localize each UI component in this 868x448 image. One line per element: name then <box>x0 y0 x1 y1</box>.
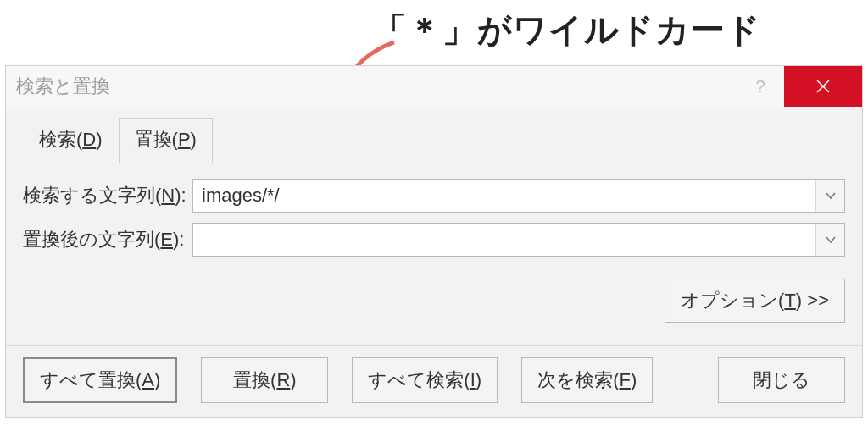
chevron-down-icon <box>825 235 837 244</box>
options-button[interactable]: オプション(T) >> <box>665 279 845 323</box>
dialog-body: 検索(D) 置換(P) 検索する文字列(N): 置換後の文字列(E): <box>6 107 862 345</box>
tab-replace-label: 置換(P) <box>135 129 197 150</box>
annotation-wildcard-note: 「＊」がワイルドカード <box>373 7 761 53</box>
find-next-button[interactable]: 次を検索(F) <box>521 357 653 403</box>
tab-search-label: 検索(D) <box>39 129 103 150</box>
find-replace-dialog: 検索と置換 ? 検索(D) 置換(P) 検索する文字列(N): <box>5 65 863 418</box>
replace-row: 置換後の文字列(E): <box>23 223 845 257</box>
spacer <box>676 357 694 403</box>
dialog-title: 検索と置換 <box>6 74 110 99</box>
replace-dropdown-button[interactable] <box>815 224 844 256</box>
tabs: 検索(D) 置換(P) <box>23 117 845 163</box>
titlebar: 検索と置換 ? <box>6 66 862 107</box>
find-row: 検索する文字列(N): <box>23 179 845 213</box>
action-bar: すべて置換(A) 置換(R) すべて検索(I) 次を検索(F) 閉じる <box>6 345 862 417</box>
replace-button[interactable]: 置換(R) <box>201 357 328 403</box>
tab-replace[interactable]: 置換(P) <box>119 118 213 163</box>
close-button[interactable]: 閉じる <box>718 357 845 403</box>
find-input[interactable] <box>193 180 815 212</box>
replace-combobox <box>192 223 845 257</box>
replace-input[interactable] <box>193 224 815 256</box>
find-dropdown-button[interactable] <box>815 180 844 212</box>
close-window-button[interactable] <box>784 66 862 107</box>
replace-all-button[interactable]: すべて置換(A) <box>23 357 177 403</box>
titlebar-controls: ? <box>737 66 862 107</box>
find-label: 検索する文字列(N): <box>23 183 192 208</box>
find-all-button[interactable]: すべて検索(I) <box>352 357 498 403</box>
chevron-down-icon <box>825 191 837 200</box>
tab-search[interactable]: 検索(D) <box>23 118 119 163</box>
close-icon <box>815 79 831 94</box>
options-row: オプション(T) >> <box>23 279 845 323</box>
replace-label: 置換後の文字列(E): <box>23 227 192 252</box>
find-combobox <box>192 179 845 213</box>
help-button[interactable]: ? <box>737 66 784 107</box>
